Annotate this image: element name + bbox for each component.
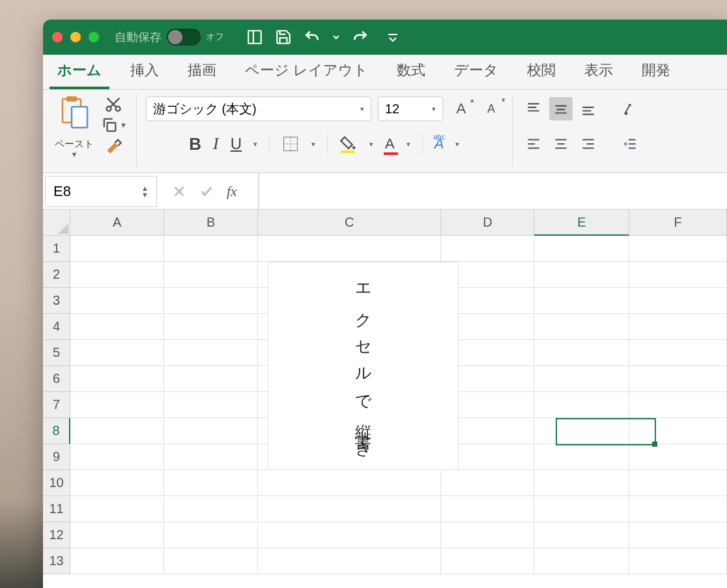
row-header-1[interactable]: 1 — [43, 236, 70, 262]
cell[interactable] — [70, 288, 164, 314]
cell[interactable] — [164, 470, 258, 496]
cell[interactable] — [164, 392, 258, 418]
cell[interactable] — [258, 496, 441, 522]
cell[interactable] — [70, 314, 164, 340]
cell[interactable] — [164, 314, 258, 340]
cell[interactable] — [70, 392, 164, 418]
decrease-indent-button[interactable] — [618, 132, 642, 156]
cell[interactable] — [534, 444, 629, 470]
phonetic-button[interactable]: abc A — [435, 135, 444, 152]
cell[interactable] — [70, 496, 164, 522]
close-window-button[interactable] — [52, 32, 63, 42]
align-top-button[interactable] — [522, 97, 545, 120]
bold-button[interactable]: B — [189, 134, 201, 154]
align-right-button[interactable] — [577, 132, 600, 156]
orientation-button[interactable] — [618, 97, 642, 120]
cell[interactable] — [629, 418, 727, 444]
undo-icon[interactable] — [304, 29, 321, 46]
autosave-toggle[interactable] — [167, 29, 201, 46]
col-header-e[interactable]: E — [534, 210, 629, 236]
cell[interactable] — [70, 366, 164, 392]
cell[interactable] — [164, 548, 258, 574]
increase-font-button[interactable]: A▴ — [449, 97, 473, 120]
cell[interactable] — [441, 522, 534, 548]
align-center-button[interactable] — [549, 132, 573, 156]
cell[interactable] — [534, 366, 629, 392]
cell[interactable] — [534, 418, 629, 444]
decrease-font-button[interactable]: A▾ — [479, 97, 503, 120]
accept-formula-button[interactable] — [198, 183, 215, 200]
cell[interactable] — [164, 288, 258, 314]
cell[interactable] — [534, 522, 629, 548]
maximize-window-button[interactable] — [89, 32, 99, 42]
tab-data[interactable]: データ — [446, 54, 506, 89]
font-color-button[interactable]: A — [385, 135, 395, 152]
cell[interactable] — [629, 522, 727, 548]
chevron-down-icon[interactable]: ▾ — [311, 140, 315, 148]
cell[interactable] — [629, 288, 727, 314]
layout-icon[interactable] — [246, 29, 263, 46]
chevron-down-icon[interactable]: ▾ — [406, 140, 410, 148]
cell[interactable] — [534, 340, 629, 366]
cell[interactable] — [70, 340, 164, 366]
row-header-11[interactable]: 11 — [43, 496, 70, 522]
name-box[interactable]: E8 ▲ ▼ — [45, 176, 157, 207]
cell[interactable] — [629, 496, 727, 522]
fill-color-button[interactable] — [339, 135, 358, 153]
cell[interactable] — [164, 236, 258, 262]
tab-insert[interactable]: 挿入 — [122, 54, 167, 89]
col-header-b[interactable]: B — [164, 210, 258, 236]
cell[interactable] — [534, 262, 629, 288]
row-header-9[interactable]: 9 — [43, 444, 70, 470]
cell[interactable] — [629, 366, 727, 392]
cell[interactable] — [534, 236, 629, 262]
row-header-10[interactable]: 10 — [43, 470, 70, 496]
chevron-down-icon[interactable]: ▾ — [455, 140, 459, 148]
cell[interactable] — [70, 548, 164, 574]
chevron-down-icon[interactable]: ▾ — [369, 140, 373, 148]
tab-formulas[interactable]: 数式 — [389, 54, 433, 89]
row-header-5[interactable]: 5 — [43, 340, 70, 366]
cell[interactable] — [441, 470, 534, 496]
cell[interactable] — [629, 236, 727, 262]
cell[interactable] — [258, 522, 441, 548]
row-header-8[interactable]: 8 — [43, 418, 70, 444]
cell[interactable] — [629, 262, 727, 288]
cell[interactable] — [70, 262, 164, 288]
cell[interactable] — [164, 366, 258, 392]
font-size-select[interactable]: 12 ▾ — [378, 96, 443, 121]
cell[interactable] — [70, 522, 164, 548]
row-header-3[interactable]: 3 — [43, 288, 70, 314]
cell[interactable] — [70, 236, 164, 262]
cell[interactable] — [441, 548, 534, 574]
merged-cell-c2-c9[interactable]: エクセルで縦書き — [268, 262, 459, 470]
row-header-7[interactable]: 7 — [43, 392, 70, 418]
namebox-up-icon[interactable]: ▲ — [141, 185, 149, 191]
chevron-down-icon[interactable]: ▾ — [253, 140, 257, 148]
cell[interactable] — [629, 392, 727, 418]
row-header-6[interactable]: 6 — [43, 366, 70, 392]
cell[interactable] — [258, 548, 441, 574]
cell[interactable] — [534, 496, 629, 522]
cell[interactable] — [629, 470, 727, 496]
borders-button[interactable] — [281, 135, 300, 153]
cell[interactable] — [441, 496, 534, 522]
tab-developer[interactable]: 開発 — [634, 54, 678, 89]
cell[interactable] — [629, 340, 727, 366]
col-header-f[interactable]: F — [629, 210, 727, 236]
qat-customize-icon[interactable] — [387, 31, 399, 43]
cell[interactable] — [534, 470, 629, 496]
autosave-control[interactable]: 自動保存 オフ — [115, 29, 224, 46]
cell[interactable] — [164, 522, 258, 548]
cell[interactable] — [534, 314, 629, 340]
cell[interactable] — [441, 236, 534, 262]
namebox-down-icon[interactable]: ▼ — [141, 191, 149, 198]
select-all-corner[interactable] — [43, 210, 70, 236]
cell[interactable] — [70, 418, 164, 444]
cell[interactable] — [629, 548, 727, 574]
spreadsheet-grid[interactable]: A B C D E F 12345678910111213 エクセルで縦書き — [43, 210, 727, 574]
cell[interactable] — [534, 392, 629, 418]
tab-draw[interactable]: 描画 — [180, 54, 224, 89]
cell[interactable] — [70, 470, 164, 496]
col-header-a[interactable]: A — [70, 210, 164, 236]
